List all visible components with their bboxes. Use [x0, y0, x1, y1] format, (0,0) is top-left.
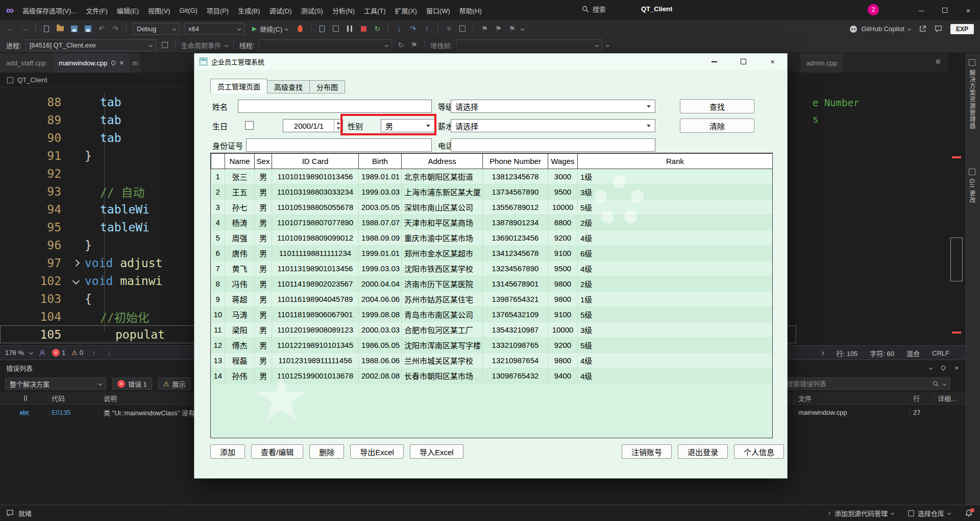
- table-row[interactable]: 6唐伟男1101111988111112341999.01.01郑州市金水区某超…: [211, 246, 773, 261]
- flag-thread-icon[interactable]: ⚑: [409, 39, 419, 51]
- navigate-back-icon[interactable]: ←: [6, 23, 15, 34]
- process-info-icon[interactable]: [160, 39, 169, 51]
- editor-tab-admin.cpp[interactable]: admin.cpp: [800, 53, 844, 73]
- logout-account-button[interactable]: 注销账号: [622, 444, 672, 459]
- zoom-control[interactable]: 176 %: [5, 349, 24, 357]
- menubar-item[interactable]: 文件(F): [81, 4, 112, 17]
- menubar-item[interactable]: 扩展(X): [390, 4, 422, 17]
- continue-button[interactable]: ▶ 继续(C): [249, 24, 291, 34]
- clear-button[interactable]: 清除: [680, 119, 754, 133]
- step-out-icon[interactable]: ↑: [422, 23, 431, 34]
- find-in-files-icon[interactable]: ≡: [444, 23, 453, 34]
- table-row[interactable]: 1张三男1101011989010134561989.01.01北京市朝阳区某街…: [211, 169, 773, 184]
- menubar-item[interactable]: 项目(P): [202, 4, 233, 17]
- health-indicator-icon[interactable]: [39, 349, 46, 357]
- menubar-item[interactable]: Git(G): [175, 5, 202, 16]
- new-file-icon[interactable]: [42, 23, 51, 34]
- fold-gutter[interactable]: [67, 278, 85, 283]
- table-row[interactable]: 3孙七男1101051988050556782003.05.05深圳市南山区某公…: [211, 200, 773, 215]
- bookmark-icon[interactable]: ⚑: [480, 23, 489, 34]
- errors-filter-button[interactable]: × 错误 1: [112, 377, 152, 390]
- sex-combobox[interactable]: 男: [381, 119, 435, 132]
- menubar-item[interactable]: 编辑(E): [112, 4, 143, 17]
- lifecycle-events-label[interactable]: 生命周期事件: [181, 40, 221, 50]
- profile-button[interactable]: 个人信息: [734, 444, 784, 459]
- process-combobox[interactable]: [84516] QT_Client.exe: [26, 39, 156, 51]
- column-header[interactable]: Wages: [548, 154, 578, 169]
- date-spinner[interactable]: [334, 120, 342, 131]
- break-all-icon[interactable]: [345, 23, 354, 34]
- tab-advanced-search[interactable]: 高级查找: [267, 80, 310, 93]
- scrollbar-thumb[interactable]: [950, 238, 963, 281]
- navigate-forward-icon[interactable]: →: [20, 23, 29, 34]
- warnings-filter-button[interactable]: ⚠ 展示: [158, 377, 191, 390]
- redo-icon[interactable]: ↷: [111, 23, 120, 34]
- logout-button[interactable]: 退出登录: [678, 444, 728, 459]
- copilot-button[interactable]: GitHub Copilot: [849, 25, 911, 33]
- column-header-line[interactable]: 行: [910, 393, 934, 403]
- table-row[interactable]: 2王五男1101031988030332341999.03.03上海市浦东新区某…: [211, 184, 773, 200]
- column-header[interactable]: Birth: [359, 154, 402, 169]
- dialog-maximize-button[interactable]: [729, 54, 758, 69]
- editor-scrollbar[interactable]: [948, 53, 966, 360]
- delete-button[interactable]: 删除: [309, 444, 344, 459]
- stackframe-combobox[interactable]: [456, 39, 602, 51]
- pin-icon[interactable]: [941, 365, 946, 370]
- column-header[interactable]: ID Card: [272, 154, 359, 169]
- view-edit-button[interactable]: 查看/编辑: [251, 444, 303, 459]
- save-icon[interactable]: [69, 23, 79, 34]
- save-all-icon[interactable]: [83, 23, 92, 34]
- table-row[interactable]: 5周强男1101091988090990121988.09.09重庆市渝中区某市…: [211, 230, 773, 246]
- menubar-item[interactable]: 测试(S): [297, 4, 328, 17]
- notification-badge[interactable]: 2: [868, 4, 879, 15]
- phone-input[interactable]: [451, 138, 655, 152]
- column-header-file[interactable]: 文件: [795, 393, 910, 403]
- error-code-link[interactable]: E0135: [49, 409, 98, 416]
- stop-debug-icon[interactable]: [359, 23, 368, 34]
- add-button[interactable]: 添加: [210, 444, 245, 459]
- next-bookmark-icon[interactable]: ⚑: [507, 23, 517, 34]
- error-count[interactable]: ×1: [52, 349, 65, 357]
- menubar-item[interactable]: 工具(T): [359, 4, 390, 17]
- error-search-input[interactable]: [787, 380, 928, 388]
- editor-tab-add_staff.cpp[interactable]: add_staff.cpp: [0, 53, 53, 73]
- close-button[interactable]: ×: [957, 0, 980, 20]
- add-to-source-control-button[interactable]: ↑ 添加到源代码管理: [827, 508, 894, 518]
- document-outline-icon[interactable]: [317, 23, 327, 34]
- document-list-icon[interactable]: ≡: [936, 57, 940, 66]
- open-folder-icon[interactable]: [56, 23, 65, 34]
- toolbar-overflow-icon[interactable]: [606, 43, 609, 46]
- dialog-titlebar[interactable]: 企业员工管理系统 ×: [194, 54, 787, 69]
- minimize-button[interactable]: ─: [910, 0, 933, 20]
- birthday-checkbox[interactable]: [245, 121, 254, 130]
- configuration-combobox[interactable]: Debug: [133, 23, 180, 35]
- panel-tab-git-changes[interactable]: Git 更改: [968, 169, 976, 204]
- feedback-icon[interactable]: [935, 25, 942, 33]
- breadcrumb-project[interactable]: QT_Client: [17, 76, 47, 84]
- wage-combobox[interactable]: 请选择: [451, 119, 655, 132]
- table-row[interactable]: 11梁阳男1101201989080891232000.03.03合肥市包河区某…: [211, 322, 773, 338]
- birthday-date-edit[interactable]: 2000/1/1: [283, 119, 343, 132]
- editor-tab-mainwindow.cpp[interactable]: mainwindow.cpp×: [53, 53, 131, 73]
- maximize-button[interactable]: [933, 0, 957, 20]
- dialog-close-button[interactable]: ×: [758, 54, 787, 69]
- column-header-detail[interactable]: 详细...: [934, 393, 966, 403]
- close-tab-icon[interactable]: ×: [119, 59, 124, 67]
- chevron-down-icon[interactable]: [929, 366, 933, 369]
- prev-bookmark-icon[interactable]: ⚑: [494, 23, 503, 34]
- menubar-item[interactable]: 分析(N): [328, 4, 359, 17]
- close-panel-icon[interactable]: ×: [954, 364, 959, 372]
- panel-tab-solution-explorer[interactable]: 解决方案资源管理器: [968, 59, 976, 129]
- cursor-icon[interactable]: [458, 23, 467, 34]
- step-over-icon[interactable]: ↷: [408, 23, 418, 34]
- select-repository-button[interactable]: 选择仓库: [908, 508, 950, 518]
- error-search-box[interactable]: [782, 377, 950, 390]
- table-row[interactable]: 13程磊男1101231989111114561988.06.06兰州市城关区某…: [211, 353, 773, 368]
- column-header[interactable]: Name: [225, 154, 255, 169]
- pin-icon[interactable]: [111, 60, 116, 65]
- menubar-item[interactable]: 高级保存选项(V)...: [18, 4, 81, 17]
- window-layout-icon[interactable]: [331, 23, 340, 34]
- table-row[interactable]: 9蒋超男1101161989040457892004.06.06苏州市姑苏区某住…: [211, 292, 773, 307]
- search-box[interactable]: 搜索: [582, 4, 606, 14]
- idcard-input[interactable]: [246, 138, 432, 152]
